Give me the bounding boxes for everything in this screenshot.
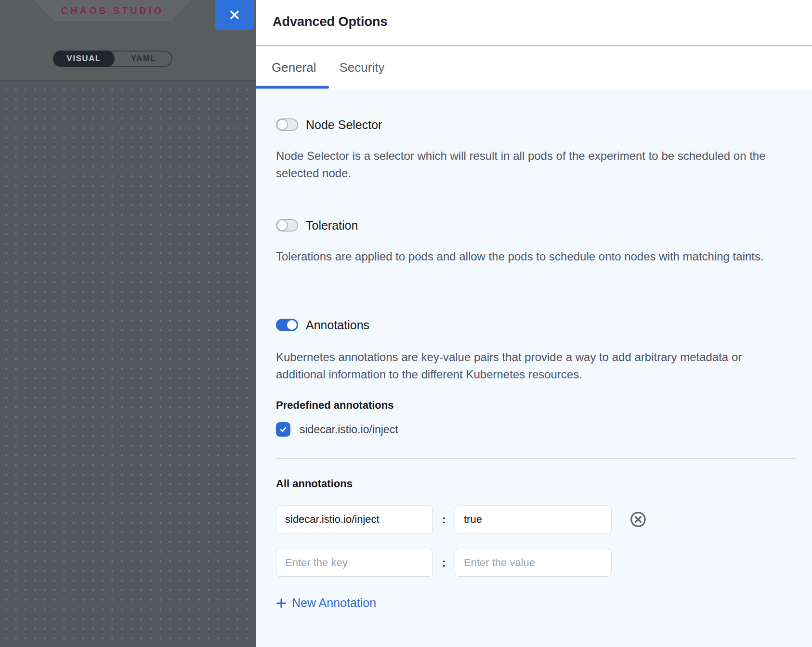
chaos-studio-banner: CHAOS STUDIO [34,0,191,21]
predefined-annotations-heading: Predefined annotations [276,399,393,412]
yaml-tab[interactable]: YAML [115,51,172,67]
sidecar-inject-checkbox-label: sidecar.istio.io/inject [300,423,398,436]
close-panel-button[interactable] [215,0,254,30]
header-divider [256,45,812,46]
toggle-knob [286,319,298,331]
sidecar-inject-checkbox[interactable] [276,422,290,437]
annotation-value-input[interactable] [455,505,612,533]
node-selector-label: Node Selector [306,118,382,132]
annotation-key-input[interactable] [276,549,433,577]
panel-title: Advanced Options [273,14,388,29]
view-mode-toggle[interactable]: VISUAL YAML [53,51,172,67]
new-annotation-button[interactable]: New Annotation [276,596,376,610]
toleration-description: Tolerations are applied to pods and allo… [276,248,782,265]
key-value-separator: : [433,505,455,533]
chaos-studio-title: CHAOS STUDIO [61,5,164,16]
remove-annotation-button[interactable] [629,511,647,528]
experiment-canvas [0,82,256,647]
toleration-label: Toleration [306,219,358,233]
visual-tab[interactable]: VISUAL [53,51,115,67]
check-icon [278,424,288,435]
new-annotation-label: New Annotation [292,596,376,610]
tab-security[interactable]: Security [340,54,385,81]
node-selector-toggle[interactable] [276,118,298,131]
toleration-toggle[interactable] [276,219,298,232]
chaos-studio-background: CHAOS STUDIO VISUAL YAML [0,0,256,647]
general-tab-content: Node Selector Node Selector is a selecto… [256,89,812,647]
annotations-row: Annotations [276,317,369,333]
advanced-options-panel: Advanced Options General Security Node S… [256,0,812,647]
node-selector-description: Node Selector is a selector which will r… [276,147,782,182]
close-icon [228,9,241,21]
toggle-knob [276,119,288,130]
all-annotations-heading: All annotations [276,478,353,490]
predefined-annotation-item: sidecar.istio.io/inject [276,422,398,437]
annotations-toggle[interactable] [276,319,298,331]
annotations-label: Annotations [306,318,369,332]
section-divider [276,458,797,459]
tab-general[interactable]: General [272,54,316,81]
annotation-key-input[interactable] [276,505,433,533]
node-selector-row: Node Selector [276,116,382,133]
toleration-row: Toleration [276,217,358,233]
plus-icon [276,598,287,608]
toggle-knob [276,220,288,231]
remove-icon [629,511,647,528]
tab-bar: General Security [272,54,384,81]
key-value-separator: : [433,549,455,577]
annotations-description: Kubernetes annotations are key-value pai… [276,349,782,383]
annotation-value-input[interactable] [455,549,612,577]
